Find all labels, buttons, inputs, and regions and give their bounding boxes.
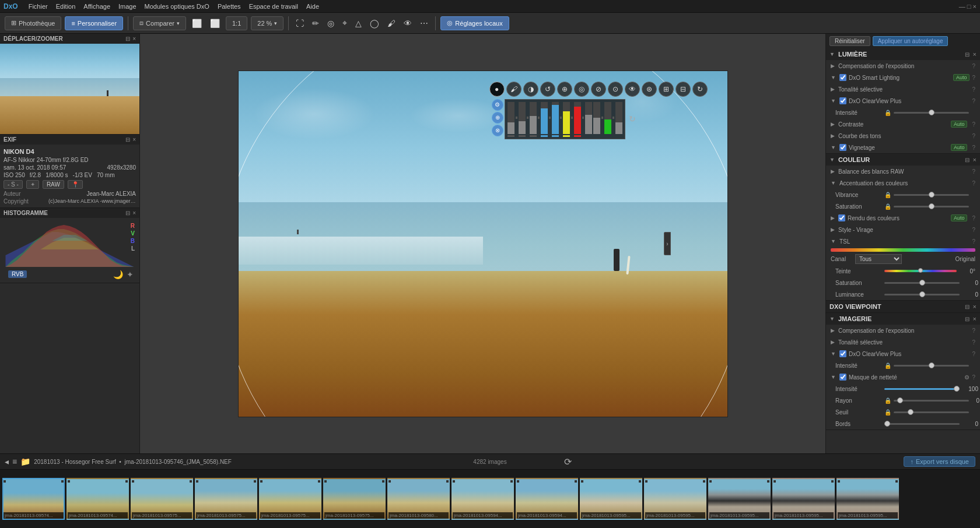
- repair-tool[interactable]: ⌖: [340, 17, 349, 29]
- menu-aide[interactable]: Aide: [306, 3, 319, 10]
- hist-mode-btn[interactable]: RVB: [8, 270, 27, 278]
- lumiere-pin-icon[interactable]: ⊟: [965, 51, 970, 58]
- film-thumb-10[interactable]: jma-20181013-09595...: [580, 478, 642, 520]
- exif-close-icon[interactable]: ×: [132, 136, 136, 143]
- la-target-btn[interactable]: ◎: [574, 82, 589, 97]
- gradient-tool[interactable]: △: [353, 17, 364, 29]
- intensite-slider[interactable]: [894, 112, 969, 114]
- reglages-locaux-btn[interactable]: ◎ Réglages locaux: [440, 16, 509, 30]
- bords-slider[interactable]: [884, 423, 960, 425]
- la-undo-btn[interactable]: ↺: [540, 82, 555, 97]
- vignetage-checkbox[interactable]: [839, 144, 846, 151]
- rayon-slider[interactable]: [894, 400, 969, 402]
- masque-settings-icon[interactable]: ⚙: [964, 374, 970, 381]
- menu-image[interactable]: Image: [118, 3, 136, 10]
- hist-pin-icon[interactable]: ⊟: [125, 210, 130, 216]
- couleur-close-icon[interactable]: ×: [973, 156, 977, 163]
- la-nav-3[interactable]: ⊗: [492, 125, 503, 136]
- film-thumb-1[interactable]: jma-20181013-09574...: [2, 478, 65, 520]
- la-undo2-btn[interactable]: ⊙: [608, 82, 623, 97]
- film-thumb-8[interactable]: jma-20181013-09594...: [452, 478, 514, 520]
- film-thumb-3[interactable]: jma-20181013-09575...: [131, 478, 193, 520]
- menu-palettes[interactable]: Palettes: [218, 3, 241, 10]
- film-thumb-6[interactable]: jma-20181013-09575...: [323, 478, 386, 520]
- retouch-tool[interactable]: ◎: [325, 17, 337, 29]
- view-split-btn[interactable]: ⬜: [190, 17, 204, 29]
- exif-pin-icon[interactable]: ⊟: [125, 136, 130, 143]
- film-thumb-9[interactable]: jma-20181013-09594...: [516, 478, 578, 520]
- eye-tool[interactable]: 👁: [401, 17, 414, 29]
- brush-tool[interactable]: 🖌: [385, 17, 398, 29]
- la-more2-btn[interactable]: ⊛: [642, 82, 657, 97]
- phototheque-btn[interactable]: ⊞ Photothèque: [5, 16, 61, 30]
- fs-filter-btn[interactable]: ≡: [12, 457, 17, 466]
- masque-checkbox[interactable]: [839, 374, 846, 381]
- menu-fichier[interactable]: Fichier: [29, 3, 48, 10]
- seuil-slider[interactable]: [894, 411, 969, 413]
- film-thumb-12[interactable]: jma-20181013-09595...: [708, 478, 771, 520]
- jm-clearview-checkbox[interactable]: [839, 350, 846, 357]
- lumiere-header[interactable]: ▼ LUMIÈRE ⊟ ×: [826, 48, 980, 60]
- nav-pin-icon[interactable]: ⊟: [125, 36, 130, 42]
- crop-tool[interactable]: ⛶: [293, 17, 306, 29]
- film-thumb-2[interactable]: jma-20181013-09574...: [66, 478, 129, 520]
- more-tool[interactable]: ⋯: [418, 17, 430, 29]
- la-pointer-btn[interactable]: ●: [489, 82, 505, 97]
- rendu-checkbox[interactable]: [838, 214, 845, 221]
- la-lock-btn[interactable]: ⊞: [659, 82, 674, 97]
- lumiere-close-icon[interactable]: ×: [973, 51, 977, 58]
- menu-affichage[interactable]: Affichage: [83, 3, 110, 10]
- fs-folder-btn[interactable]: 📁: [20, 457, 30, 466]
- smart-lighting-checkbox[interactable]: [839, 74, 846, 81]
- nav-close-icon[interactable]: ×: [132, 36, 136, 42]
- la-layers-btn[interactable]: ⊟: [676, 82, 691, 97]
- jmagerie-close-icon[interactable]: ×: [973, 315, 977, 322]
- viewpoint-pin-icon[interactable]: ⊟: [965, 304, 970, 310]
- vibrance-slider[interactable]: [894, 194, 969, 196]
- image-view[interactable]: ● 🖌 ◑ ↺ ⊕ ◎ ⊘ ⊙ 👁 ⊛ ⊞ ⊟ ↻: [140, 34, 825, 453]
- la-refresh-btn[interactable]: ↻: [626, 99, 638, 139]
- la-reset-btn[interactable]: ↻: [692, 82, 708, 97]
- la-mask-btn[interactable]: ⊘: [591, 82, 606, 97]
- jmagerie-pin-icon[interactable]: ⊟: [965, 316, 970, 322]
- la-nav-2[interactable]: ⊕: [492, 112, 503, 124]
- film-thumb-5[interactable]: jma-20181013-09575...: [259, 478, 321, 520]
- canal-select[interactable]: Tous: [855, 254, 902, 264]
- saturation-tsl-slider[interactable]: [884, 282, 960, 284]
- exif-header[interactable]: EXIF ⊟ ×: [0, 135, 139, 145]
- film-thumb-7[interactable]: jma-20181013-09580...: [387, 478, 450, 520]
- couleur-pin-icon[interactable]: ⊟: [965, 157, 970, 163]
- histogram-header[interactable]: HISTOGRAMME ⊟ ×: [0, 208, 139, 218]
- film-thumb-14[interactable]: jma-20181013-09595...: [836, 478, 899, 520]
- film-thumb-4[interactable]: jma-20181013-09575...: [195, 478, 257, 520]
- pencil-tool[interactable]: ✏: [310, 17, 321, 29]
- luminance-slider[interactable]: [884, 294, 960, 295]
- la-nav-1[interactable]: ⚙: [492, 99, 503, 111]
- film-thumb-11[interactable]: jma-20181013-09595...: [644, 478, 706, 520]
- clearview-checkbox[interactable]: [839, 97, 846, 104]
- fs-prev-btn[interactable]: ◂: [5, 457, 9, 466]
- jmagerie-header[interactable]: ▼ JMAGERIE ⊟ ×: [826, 313, 980, 325]
- couleur-header[interactable]: ▼ COULEUR ⊟ ×: [826, 154, 980, 166]
- radial-tool[interactable]: ◯: [368, 17, 382, 29]
- navigator-header[interactable]: DÉPLACER/ZOOMER ⊟ ×: [0, 34, 139, 44]
- zoom-level-btn[interactable]: 22 % ▾: [251, 16, 284, 30]
- jm-intensite-slider[interactable]: [894, 365, 969, 367]
- personnaliser-btn[interactable]: ≡ Personnaliser: [65, 16, 123, 30]
- saturation-slider[interactable]: [894, 206, 969, 207]
- la-eraser-btn[interactable]: ◑: [523, 82, 538, 97]
- la-brush-btn[interactable]: 🖌: [506, 82, 522, 97]
- menu-edition[interactable]: Edition: [56, 3, 76, 10]
- fs-sync-btn[interactable]: ⟳: [564, 456, 572, 467]
- la-eye2-btn[interactable]: 👁: [625, 82, 640, 97]
- right-panel-collapse[interactable]: ›: [664, 232, 671, 255]
- film-thumb-13[interactable]: jma-20181013-09595...: [772, 478, 835, 520]
- viewpoint-close-icon[interactable]: ×: [973, 303, 977, 310]
- fs-export-btn[interactable]: ↑ Export vers disque: [904, 456, 975, 467]
- viewpoint-header[interactable]: DXO VIEWPOINT ⊟ ×: [826, 301, 980, 312]
- comparer-btn[interactable]: ⧈ Comparer ▾: [133, 16, 186, 30]
- autoreglage-btn[interactable]: Appliquer un autoréglage: [873, 36, 949, 46]
- hist-close-icon[interactable]: ×: [132, 210, 136, 216]
- zoom-ratio-btn[interactable]: 1:1: [226, 16, 247, 30]
- reinitialiser-btn[interactable]: Réinitialiser: [830, 36, 870, 46]
